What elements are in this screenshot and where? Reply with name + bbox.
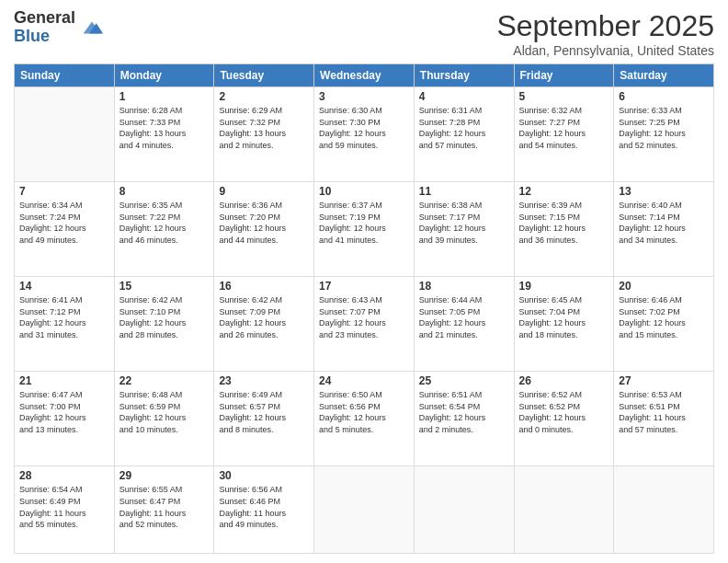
calendar-table: SundayMondayTuesdayWednesdayThursdayFrid…	[14, 63, 714, 554]
calendar-cell: 14Sunrise: 6:41 AM Sunset: 7:12 PM Dayli…	[15, 277, 115, 372]
day-number: 12	[519, 185, 609, 198]
day-header-saturday: Saturday	[614, 64, 714, 87]
calendar-cell	[614, 466, 714, 554]
calendar-cell	[15, 87, 115, 182]
week-row-2: 7Sunrise: 6:34 AM Sunset: 7:24 PM Daylig…	[15, 182, 714, 277]
calendar-cell: 28Sunrise: 6:54 AM Sunset: 6:49 PM Dayli…	[15, 466, 115, 554]
cell-info: Sunrise: 6:43 AM Sunset: 7:07 PM Dayligh…	[319, 294, 409, 340]
calendar-cell: 26Sunrise: 6:52 AM Sunset: 6:52 PM Dayli…	[514, 372, 614, 466]
day-number: 10	[319, 185, 409, 198]
cell-info: Sunrise: 6:44 AM Sunset: 7:05 PM Dayligh…	[419, 294, 509, 340]
cell-info: Sunrise: 6:39 AM Sunset: 7:15 PM Dayligh…	[519, 200, 609, 246]
day-number: 5	[519, 90, 609, 103]
cell-info: Sunrise: 6:29 AM Sunset: 7:32 PM Dayligh…	[219, 105, 309, 151]
cell-info: Sunrise: 6:56 AM Sunset: 6:46 PM Dayligh…	[219, 484, 309, 530]
calendar-cell: 19Sunrise: 6:45 AM Sunset: 7:04 PM Dayli…	[514, 277, 614, 372]
day-number: 17	[319, 280, 409, 293]
calendar-cell: 1Sunrise: 6:28 AM Sunset: 7:33 PM Daylig…	[114, 87, 214, 182]
day-number: 2	[219, 90, 309, 103]
day-number: 26	[519, 374, 609, 387]
week-row-3: 14Sunrise: 6:41 AM Sunset: 7:12 PM Dayli…	[15, 277, 714, 372]
calendar-cell: 5Sunrise: 6:32 AM Sunset: 7:27 PM Daylig…	[514, 87, 614, 182]
day-number: 4	[419, 90, 509, 103]
day-number: 19	[519, 280, 609, 293]
day-number: 13	[619, 185, 709, 198]
cell-info: Sunrise: 6:45 AM Sunset: 7:04 PM Dayligh…	[519, 294, 609, 340]
cell-info: Sunrise: 6:51 AM Sunset: 6:54 PM Dayligh…	[419, 389, 509, 435]
cell-info: Sunrise: 6:48 AM Sunset: 6:59 PM Dayligh…	[119, 389, 210, 435]
cell-info: Sunrise: 6:35 AM Sunset: 7:22 PM Dayligh…	[119, 200, 210, 246]
day-header-thursday: Thursday	[414, 64, 514, 87]
day-number: 20	[619, 280, 709, 293]
page: General Blue September 2025 Aldan, Penns…	[0, 0, 728, 563]
day-number: 25	[419, 374, 509, 387]
cell-info: Sunrise: 6:36 AM Sunset: 7:20 PM Dayligh…	[219, 200, 309, 246]
day-header-sunday: Sunday	[15, 64, 115, 87]
calendar-cell: 8Sunrise: 6:35 AM Sunset: 7:22 PM Daylig…	[114, 182, 214, 277]
day-number: 27	[619, 374, 709, 387]
cell-info: Sunrise: 6:55 AM Sunset: 6:47 PM Dayligh…	[119, 484, 210, 530]
cell-info: Sunrise: 6:47 AM Sunset: 7:00 PM Dayligh…	[19, 389, 109, 435]
calendar-cell: 9Sunrise: 6:36 AM Sunset: 7:20 PM Daylig…	[214, 182, 314, 277]
day-header-tuesday: Tuesday	[214, 64, 314, 87]
logo: General Blue	[14, 9, 105, 46]
day-number: 23	[219, 374, 309, 387]
day-number: 28	[19, 469, 109, 482]
day-number: 18	[419, 280, 509, 293]
calendar-cell: 25Sunrise: 6:51 AM Sunset: 6:54 PM Dayli…	[414, 372, 514, 466]
cell-info: Sunrise: 6:42 AM Sunset: 7:10 PM Dayligh…	[119, 294, 210, 340]
calendar-cell: 6Sunrise: 6:33 AM Sunset: 7:25 PM Daylig…	[614, 87, 714, 182]
location-subtitle: Aldan, Pennsylvania, United States	[496, 43, 714, 58]
calendar-cell: 2Sunrise: 6:29 AM Sunset: 7:32 PM Daylig…	[214, 87, 314, 182]
week-row-1: 1Sunrise: 6:28 AM Sunset: 7:33 PM Daylig…	[15, 87, 714, 182]
day-header-friday: Friday	[514, 64, 614, 87]
week-row-5: 28Sunrise: 6:54 AM Sunset: 6:49 PM Dayli…	[15, 466, 714, 554]
cell-info: Sunrise: 6:46 AM Sunset: 7:02 PM Dayligh…	[619, 294, 709, 340]
day-header-wednesday: Wednesday	[314, 64, 415, 87]
calendar-cell: 29Sunrise: 6:55 AM Sunset: 6:47 PM Dayli…	[114, 466, 214, 554]
day-number: 6	[619, 90, 709, 103]
cell-info: Sunrise: 6:54 AM Sunset: 6:49 PM Dayligh…	[19, 484, 109, 530]
calendar-cell: 17Sunrise: 6:43 AM Sunset: 7:07 PM Dayli…	[314, 277, 415, 372]
calendar-cell: 20Sunrise: 6:46 AM Sunset: 7:02 PM Dayli…	[614, 277, 714, 372]
calendar-cell: 4Sunrise: 6:31 AM Sunset: 7:28 PM Daylig…	[414, 87, 514, 182]
calendar-cell: 22Sunrise: 6:48 AM Sunset: 6:59 PM Dayli…	[114, 372, 214, 466]
calendar-cell: 18Sunrise: 6:44 AM Sunset: 7:05 PM Dayli…	[414, 277, 514, 372]
cell-info: Sunrise: 6:37 AM Sunset: 7:19 PM Dayligh…	[319, 200, 409, 246]
day-number: 9	[219, 185, 309, 198]
day-number: 15	[119, 280, 210, 293]
cell-info: Sunrise: 6:49 AM Sunset: 6:57 PM Dayligh…	[219, 389, 309, 435]
cell-info: Sunrise: 6:42 AM Sunset: 7:09 PM Dayligh…	[219, 294, 309, 340]
day-number: 14	[19, 280, 109, 293]
cell-info: Sunrise: 6:32 AM Sunset: 7:27 PM Dayligh…	[519, 105, 609, 151]
header-row: SundayMondayTuesdayWednesdayThursdayFrid…	[15, 64, 714, 87]
calendar-cell: 11Sunrise: 6:38 AM Sunset: 7:17 PM Dayli…	[414, 182, 514, 277]
logo-icon	[79, 15, 105, 40]
calendar-cell: 3Sunrise: 6:30 AM Sunset: 7:30 PM Daylig…	[314, 87, 415, 182]
logo-text: General Blue	[14, 9, 75, 46]
day-header-monday: Monday	[114, 64, 214, 87]
cell-info: Sunrise: 6:50 AM Sunset: 6:56 PM Dayligh…	[319, 389, 409, 435]
calendar-header: SundayMondayTuesdayWednesdayThursdayFrid…	[15, 64, 714, 87]
cell-info: Sunrise: 6:41 AM Sunset: 7:12 PM Dayligh…	[19, 294, 109, 340]
cell-info: Sunrise: 6:40 AM Sunset: 7:14 PM Dayligh…	[619, 200, 709, 246]
calendar-cell: 13Sunrise: 6:40 AM Sunset: 7:14 PM Dayli…	[614, 182, 714, 277]
calendar-cell: 24Sunrise: 6:50 AM Sunset: 6:56 PM Dayli…	[314, 372, 415, 466]
calendar-cell: 21Sunrise: 6:47 AM Sunset: 7:00 PM Dayli…	[15, 372, 115, 466]
calendar-cell: 10Sunrise: 6:37 AM Sunset: 7:19 PM Dayli…	[314, 182, 415, 277]
month-title: September 2025	[496, 9, 714, 43]
cell-info: Sunrise: 6:38 AM Sunset: 7:17 PM Dayligh…	[419, 200, 509, 246]
day-number: 21	[19, 374, 109, 387]
day-number: 11	[419, 185, 509, 198]
week-row-4: 21Sunrise: 6:47 AM Sunset: 7:00 PM Dayli…	[15, 372, 714, 466]
calendar-cell: 23Sunrise: 6:49 AM Sunset: 6:57 PM Dayli…	[214, 372, 314, 466]
day-number: 29	[119, 469, 210, 482]
cell-info: Sunrise: 6:28 AM Sunset: 7:33 PM Dayligh…	[119, 105, 210, 151]
calendar-cell: 27Sunrise: 6:53 AM Sunset: 6:51 PM Dayli…	[614, 372, 714, 466]
day-number: 1	[119, 90, 210, 103]
calendar-cell	[414, 466, 514, 554]
cell-info: Sunrise: 6:52 AM Sunset: 6:52 PM Dayligh…	[519, 389, 609, 435]
cell-info: Sunrise: 6:33 AM Sunset: 7:25 PM Dayligh…	[619, 105, 709, 151]
day-number: 24	[319, 374, 409, 387]
calendar-cell: 16Sunrise: 6:42 AM Sunset: 7:09 PM Dayli…	[214, 277, 314, 372]
